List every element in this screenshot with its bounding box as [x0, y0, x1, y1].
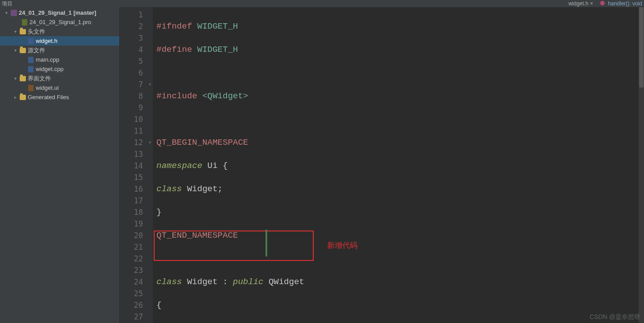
folder-icon [20, 76, 26, 81]
watermark: CSDN @是奈思呀 [589, 313, 640, 321]
line-number: 7 [120, 79, 143, 90]
folder-icon [20, 29, 26, 34]
line-number: 21 [120, 241, 143, 253]
member-icon [600, 1, 605, 5]
line-number: 10 [120, 113, 143, 125]
line-number: 22 [120, 253, 143, 264]
line-number: 11 [120, 125, 143, 137]
tree-widget-ui[interactable]: widget.ui [0, 83, 119, 92]
line-number: 2 [120, 21, 143, 32]
line-number: 25 [120, 288, 143, 299]
editor-tab-widget-h[interactable]: widget.h × [568, 0, 593, 7]
line-number-gutter: 1234567891011121314151617181920212223242… [120, 7, 147, 323]
scroll-thumb[interactable] [639, 7, 644, 88]
line-number: 23 [120, 264, 143, 276]
line-number: 1 [120, 9, 143, 21]
tree-widget-cpp[interactable]: widget.cpp [0, 64, 119, 74]
tree-widget-h[interactable]: widget.h [0, 36, 119, 46]
ui-file-icon [28, 85, 34, 91]
fold-marker-icon[interactable]: ▾ [147, 137, 153, 148]
project-sidebar[interactable]: ▾ 24_01_29_Signal_1 [master] 24_01_29_Si… [0, 7, 120, 323]
tree-sources-folder[interactable]: ▾ 源文件 [0, 46, 119, 55]
cpp-file-icon [28, 66, 34, 72]
tree-ui-folder[interactable]: ▾ 界面文件 [0, 74, 119, 83]
breadcrumb[interactable]: handler(): void [598, 0, 642, 7]
line-number: 13 [120, 148, 143, 160]
annotation-label: 新增代码 [327, 240, 358, 252]
panel-title: 项目 [2, 0, 13, 8]
folder-icon [20, 95, 26, 100]
top-bar: 项目 widget.h × handler(): void [0, 0, 644, 7]
header-file-icon [28, 38, 34, 44]
line-number: 3 [120, 32, 143, 44]
chevron-down-icon[interactable]: ▾ [13, 48, 18, 53]
line-number: 19 [120, 218, 143, 230]
chevron-right-icon[interactable]: ▸ [13, 95, 18, 100]
tree-project-root[interactable]: ▾ 24_01_29_Signal_1 [master] [0, 8, 119, 17]
line-number: 15 [120, 172, 143, 183]
close-icon[interactable]: × [590, 0, 593, 7]
tree-main-cpp[interactable]: main.cpp [0, 55, 119, 64]
line-number: 5 [120, 55, 143, 67]
line-number: 27 [120, 311, 143, 323]
fold-marker-icon[interactable]: ▾ [147, 79, 153, 90]
line-number: 18 [120, 206, 143, 218]
chevron-down-icon[interactable]: ▾ [13, 29, 18, 34]
vertical-scrollbar[interactable] [639, 7, 644, 323]
pro-file-icon [22, 19, 27, 25]
project-icon [11, 10, 17, 16]
chevron-down-icon[interactable]: ▾ [4, 10, 9, 15]
code-editor[interactable]: #ifndef WIDGET_H #define WIDGET_H #inclu… [153, 7, 644, 323]
line-number: 12 [120, 137, 143, 148]
line-number: 24 [120, 276, 143, 288]
folder-icon [20, 48, 26, 53]
tree-pro-file[interactable]: 24_01_29_Signal_1.pro [0, 17, 119, 27]
tree-generated-folder[interactable]: ▸ Generated Files [0, 92, 119, 102]
line-number: 26 [120, 299, 143, 311]
diff-indicator [265, 230, 267, 256]
tree-headers-folder[interactable]: ▾ 头文件 [0, 27, 119, 36]
line-number: 20 [120, 230, 143, 241]
cpp-file-icon [28, 57, 34, 63]
fold-column[interactable]: ▾ ▾ [147, 7, 153, 323]
line-number: 17 [120, 195, 143, 206]
line-number: 14 [120, 160, 143, 172]
line-number: 8 [120, 90, 143, 102]
editor-area: 1234567891011121314151617181920212223242… [120, 7, 644, 323]
line-number: 4 [120, 44, 143, 55]
line-number: 6 [120, 67, 143, 79]
chevron-down-icon[interactable]: ▾ [13, 76, 18, 81]
line-number: 16 [120, 183, 143, 195]
line-number: 9 [120, 102, 143, 113]
